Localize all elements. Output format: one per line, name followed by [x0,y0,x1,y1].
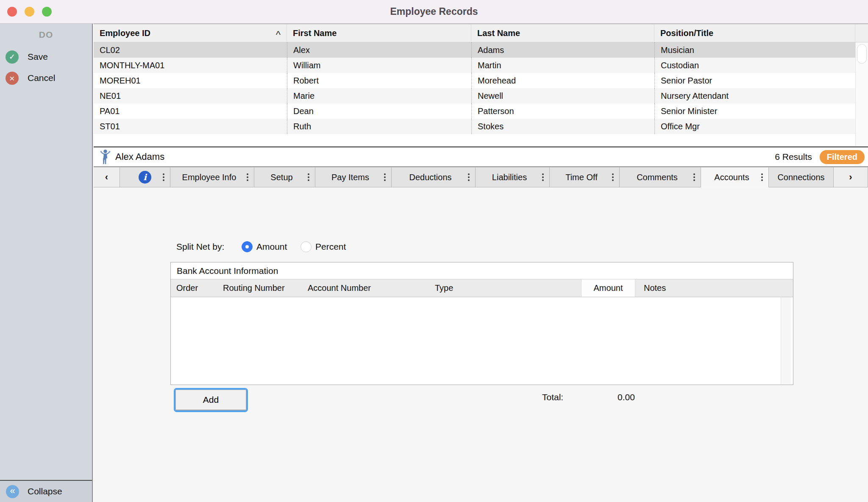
collapse-chevrons-icon: « [6,485,19,498]
vertical-scrollbar[interactable] [855,42,868,146]
tab-scroll-right-button[interactable]: › [834,167,868,187]
amount-radio-label: Amount [256,241,287,253]
tab-menu-icon[interactable] [693,176,695,178]
scrollbar-thumb[interactable] [857,44,867,64]
scrollbar-header-spacer [855,24,868,42]
app-window: Employee Records DO ✓ Save × Cancel « Co… [0,0,868,502]
results-count: 6 Results [775,152,812,162]
cancel-button-label: Cancel [28,73,55,83]
column-header-routing-number[interactable]: Routing Number [217,279,302,297]
title-bar: Employee Records [0,0,868,24]
column-header-employee-id[interactable]: Employee ID ^ [94,24,287,42]
tab-menu-icon[interactable] [163,176,164,178]
collapse-button[interactable]: « Collapse [0,480,92,502]
accounts-tab-content: Split Net by: Amount Percent Bank Accoun… [94,187,868,502]
tab-time-off[interactable]: Time Off [550,167,620,187]
tab-menu-icon[interactable] [542,176,544,178]
tab-menu-icon[interactable] [384,176,386,178]
table-row[interactable]: CL02 Alex Adams Musician [94,42,855,58]
total-label: Total: [542,391,563,403]
bank-account-list-empty[interactable] [171,297,793,384]
tab-pay-items[interactable]: Pay Items [315,167,392,187]
bank-account-panel-title: Bank Account Information [171,262,793,279]
tab-menu-icon[interactable] [468,176,470,178]
percent-radio-label: Percent [315,241,346,253]
total-value: 0.00 [618,391,635,403]
tab-menu-icon[interactable] [247,176,248,178]
column-header-account-number[interactable]: Account Number [302,279,429,297]
cancel-x-icon: × [6,72,19,85]
employee-table-header: Employee ID ^ First Name Last Name Posit… [94,24,868,42]
tab-employee-info[interactable]: Employee Info [170,167,254,187]
filtered-badge[interactable]: Filtered [820,150,865,164]
column-header-notes[interactable]: Notes [635,279,793,297]
column-header-order[interactable]: Order [171,279,217,297]
tab-menu-icon[interactable] [612,176,614,178]
tab-info[interactable]: i [120,167,170,187]
sort-ascending-icon: ^ [276,29,281,41]
tab-comments[interactable]: Comments [620,167,701,187]
tab-liabilities[interactable]: Liabilities [476,167,550,187]
column-header-type[interactable]: Type [429,279,581,297]
tab-menu-icon[interactable] [761,176,763,178]
tab-connections[interactable]: Connections [769,167,834,187]
column-header-last-name[interactable]: Last Name [471,24,654,42]
window-title: Employee Records [0,0,868,24]
selected-employee-name: Alex Adams [115,151,164,162]
tab-scroll-left-button[interactable]: ‹ [94,167,120,187]
chevron-right-icon: › [849,172,852,183]
save-button-label: Save [28,52,48,62]
employee-icon [100,149,111,165]
tab-setup[interactable]: Setup [254,167,315,187]
save-button[interactable]: ✓ Save [0,49,92,64]
save-check-icon: ✓ [6,50,19,64]
chevron-left-icon: ‹ [105,172,108,183]
cancel-button[interactable]: × Cancel [0,70,92,86]
sidebar-header: DO [0,30,92,40]
add-button-focus-ring: Add [174,388,248,412]
column-header-position-title[interactable]: Position/Title [654,24,855,42]
table-row[interactable]: PA01 Dean Patterson Senior Minister [94,103,855,119]
panel-vertical-scrollbar[interactable] [781,297,791,384]
tab-deductions[interactable]: Deductions [392,167,476,187]
bank-account-columns: Order Routing Number Account Number Type… [171,279,793,297]
info-icon: i [139,171,151,184]
add-button[interactable]: Add [175,390,246,410]
sidebar: DO ✓ Save × Cancel « Collapse [0,24,93,502]
column-header-first-name[interactable]: First Name [287,24,471,42]
bank-account-panel: Bank Account Information Order Routing N… [170,262,793,385]
selected-record-bar: Alex Adams 6 Results Filtered [94,148,868,167]
tab-bar: ‹ i Employee Info Setup Pay Items Deduct… [94,167,868,187]
tab-menu-icon[interactable] [308,176,309,178]
table-row[interactable]: ST01 Ruth Stokes Office Mgr [94,119,855,134]
amount-radio[interactable] [242,241,253,252]
employee-table: Employee ID ^ First Name Last Name Posit… [94,24,868,148]
tab-accounts[interactable]: Accounts [701,167,769,187]
table-row[interactable]: MONTHLY-MA01 William Martin Custodian [94,58,855,73]
table-row[interactable]: NE01 Marie Newell Nursery Attendant [94,88,855,103]
column-header-amount[interactable]: Amount [581,279,635,297]
employee-table-body: CL02 Alex Adams Musician MONTHLY-MA01 Wi… [94,42,868,146]
table-row[interactable]: MOREH01 Robert Morehead Senior Pastor [94,73,855,88]
collapse-button-label: Collapse [28,486,62,496]
percent-radio[interactable] [300,241,312,252]
split-net-by-label: Split Net by: [176,241,224,253]
